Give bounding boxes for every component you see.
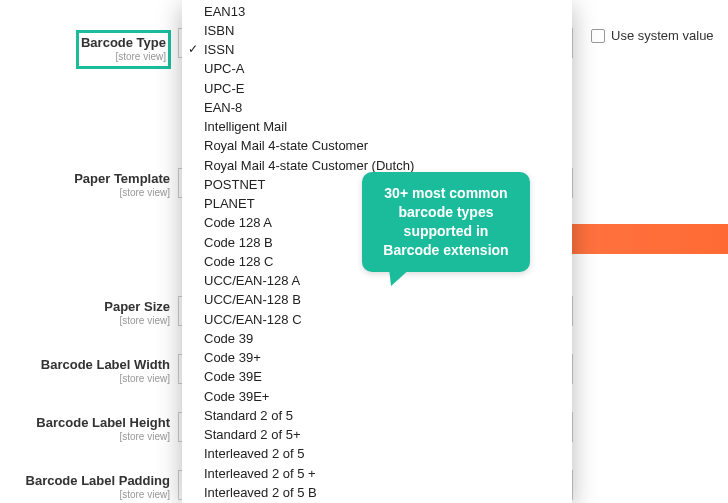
field-scope: [store view] (0, 315, 170, 326)
dropdown-option[interactable]: UPC-E (182, 79, 572, 98)
field-scope: [store view] (81, 51, 166, 62)
dropdown-option[interactable]: EAN-8 (182, 98, 572, 117)
dropdown-option[interactable]: Standard 2 of 5 (182, 406, 572, 425)
field-label: Barcode Label Width (41, 357, 170, 372)
field-scope: [store view] (0, 373, 170, 384)
dropdown-option[interactable]: Interleaved 2 of 5 (182, 445, 572, 464)
dropdown-option[interactable]: UCC/EAN-128 B (182, 291, 572, 310)
use-system-value-checkbox[interactable] (591, 29, 605, 43)
field-scope: [store view] (0, 187, 170, 198)
dropdown-option[interactable]: UPC-A (182, 60, 572, 79)
field-label: Paper Template (74, 171, 170, 186)
callout-bubble: 30+ most common barcode types supported … (362, 172, 530, 272)
dropdown-option[interactable]: ISSN (182, 41, 572, 60)
dropdown-option[interactable]: Standard 2 of 5+ (182, 426, 572, 445)
use-system-value-label: Use system value (611, 28, 714, 43)
dropdown-option[interactable]: EAN13 (182, 2, 572, 21)
dropdown-option[interactable]: Code 39E+ (182, 387, 572, 406)
field-label: Barcode Label Height (36, 415, 170, 430)
field-label-highlight: Barcode Type [store view] (77, 31, 170, 68)
field-scope: [store view] (0, 431, 170, 442)
dropdown-option[interactable]: UCC/EAN-128 C (182, 310, 572, 329)
dropdown-option[interactable]: ISBN (182, 21, 572, 40)
dropdown-option[interactable]: Intelligent Mail (182, 118, 572, 137)
dropdown-option[interactable]: Code 39+ (182, 349, 572, 368)
dropdown-option[interactable]: Code 39E (182, 368, 572, 387)
field-scope: [store view] (0, 489, 170, 500)
field-label: Barcode Type (81, 35, 166, 50)
dropdown-option[interactable]: Royal Mail 4-state Customer (182, 137, 572, 156)
dropdown-option[interactable]: Interleaved 2 of 5 B (182, 483, 572, 502)
dropdown-option[interactable]: Interleaved 2 of 5 + (182, 464, 572, 483)
field-label: Barcode Label Padding (26, 473, 170, 488)
dropdown-option[interactable]: UCC/EAN-128 A (182, 272, 572, 291)
dropdown-option[interactable]: Code 39 (182, 329, 572, 348)
field-label: Paper Size (104, 299, 170, 314)
